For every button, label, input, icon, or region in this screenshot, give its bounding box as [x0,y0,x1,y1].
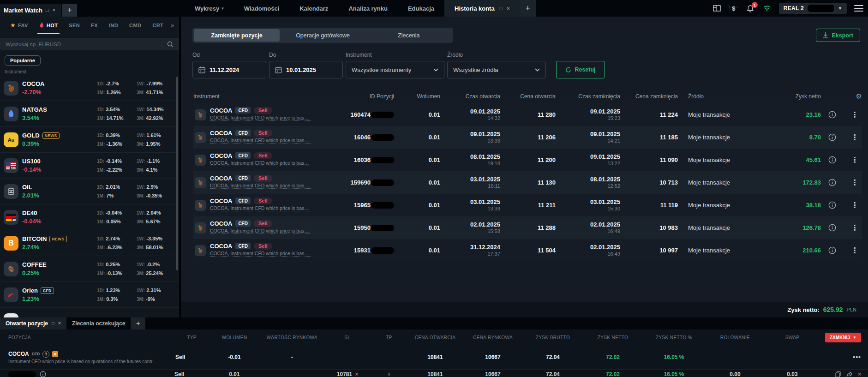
instrument-row-us100[interactable]: 100 US100 -0.14% 1D: -0.14%1M: -2.22% 1W… [0,153,179,179]
summary-currency: PLN [847,307,856,312]
instrument-description[interactable]: COCOA, Instrument CFD which price is bas… [210,115,311,121]
info-icon[interactable] [821,201,843,209]
close-time: 03.01.202515:30 [556,198,620,212]
row-menu-icon[interactable]: ⋮ [843,246,862,255]
instrument-description[interactable]: COCOA, Instrument CFD which price is bas… [210,138,311,144]
row-menu-icon[interactable]: ⋮ [843,133,862,142]
row-menu-icon[interactable]: ⋮ [843,178,862,187]
tab-operacje-gotowkowe[interactable]: Operacje gotówkowe [280,29,365,42]
duplicate-icon[interactable] [835,371,841,377]
tab-otwarte-pozycje[interactable]: Otwarte pozycje □ × [0,317,66,329]
more-tabs-icon[interactable]: » [169,22,176,29]
close-icon[interactable]: × [52,7,55,13]
close-icon[interactable]: × [58,321,61,326]
sidebar-tab-fx[interactable]: FX [85,17,103,34]
sidebar-scrollbar[interactable] [176,77,178,270]
layout-icon[interactable] [712,4,722,13]
add-tab-button[interactable]: + [131,317,145,329]
close-price: 10 713 [620,179,678,186]
table-row[interactable]: COCOA CFD Sell COCOA, Instrument CFD whi… [193,103,862,126]
instrument-row-de40[interactable]: 40 DE40 -0.04% 1D: -0.04%1M: 0.05% 1W: 2… [0,204,179,230]
gear-icon[interactable]: ⚙ [843,92,862,101]
sidebar-tab-fav[interactable]: ★FAV [5,17,34,34]
share-icon[interactable] [846,371,852,377]
tab-wiadomosci[interactable]: Wiadomości [234,0,289,17]
restore-icon[interactable]: □ [499,6,503,11]
instrument-description[interactable]: COCOA, Instrument CFD which price is bas… [210,183,311,189]
restore-icon[interactable]: □ [52,321,54,326]
tab-historia-konta[interactable]: Historia konta □ × [444,0,520,17]
source-select[interactable]: Wszystkie źródła [447,61,546,78]
search-input[interactable] [6,42,167,47]
table-row[interactable]: COCOA CFD Sell COCOA, Instrument CFD whi… [193,126,862,149]
tab-wykresy[interactable]: Wykresy▾ [185,0,234,17]
row-menu-icon[interactable]: ⋮ [843,156,862,164]
remove-sl-icon[interactable]: × [355,371,358,377]
restore-icon[interactable]: □ [46,7,49,13]
table-row[interactable]: COCOA CFD Sell COCOA, Instrument CFD whi… [193,149,862,171]
quotes-icon[interactable]: $ [729,4,738,13]
instrument-row-bitcoin[interactable]: B BITCOINNEWS 2.74% 1D: 2.74%1M: -6.23% … [0,230,179,256]
tab-zlecenia[interactable]: Zlecenia [366,29,452,42]
instrument-description[interactable]: COCOA, Instrument CFD which price is bas… [210,228,311,234]
tab-edukacja[interactable]: Edukacja [398,0,444,17]
add-tab-button[interactable]: + [520,0,536,17]
instrument-row-gold[interactable]: Au GOLDNEWS 0.39% 1D: 0.39%1M: -1.36% 1W… [0,127,179,153]
instrument-row-zabka[interactable]: Żabka GroupCFD 1D: -0.18% 1W: 6.28% [0,308,179,317]
info-icon[interactable] [821,246,843,254]
export-button[interactable]: Eksport [816,29,860,42]
instrument-description[interactable]: COCOA, Instrument CFD which price is bas… [210,160,311,166]
close-icon[interactable]: × [507,6,509,11]
sidebar-tab-ind[interactable]: IND [103,17,124,34]
instrument-row-natgas[interactable]: NATGAS 3.54% 1D: 3.54%1M: 14.71% 1W: 14.… [0,101,179,127]
info-icon[interactable] [821,133,843,141]
sidebar-tab-crt[interactable]: CRT [147,17,169,34]
info-icon[interactable] [40,371,46,377]
sidebar-tab-cmd[interactable]: CMD [124,17,147,34]
row-menu-icon[interactable]: ⋮ [843,110,862,119]
position-id: 160474 [348,111,394,118]
date-to-input[interactable]: 1 10.01.2025 [269,61,343,78]
instrument-row-orlen[interactable]: OrlenCFD 1.23% 1D: 1.23%1M: 0.3% 1W: 2.3… [0,282,179,308]
row-menu-icon[interactable]: ⋮ [843,223,862,232]
tab-zamkniete-pozycje[interactable]: Zamknięte pozycje [194,29,280,42]
row-menu-icon[interactable]: ••• [820,353,861,361]
info-icon[interactable] [821,111,843,119]
position-count-badge[interactable]: 1 [42,351,49,358]
menu-icon[interactable] [854,5,863,12]
sidebar-tab-sen[interactable]: SEN [63,17,85,34]
tab-zlecenia-oczekujace[interactable]: Zlecenia oczekujące [66,317,131,329]
close-all-button[interactable]: ZAMKNIJ▼ [825,333,861,342]
instrument-description[interactable]: COCOA, Instrument CFD which price is bas… [210,205,311,211]
tab-analiza-rynku[interactable]: Analiza rynku [338,0,398,17]
open-position-row[interactable]: COCOA CFD 1 R Instrument CFD which price… [0,345,868,369]
close-position-icon[interactable]: × [858,371,861,377]
reset-button[interactable]: Resetuj [556,61,605,78]
tab-kalendarz[interactable]: Kalendarz [289,0,338,17]
subrow-sl[interactable]: 10781× [324,371,371,377]
wifi-icon[interactable] [762,4,772,13]
popular-chip[interactable]: Popularne [5,55,41,66]
instrument-row-coffee[interactable]: COFFEE 0.25% 1D: 0.25%1M: -0.13% 1W: -0.… [0,256,179,282]
market-watch-panel-tab[interactable]: Market Watch □ × [0,4,61,17]
table-row[interactable]: COCOA CFD Sell COCOA, Instrument CFD whi… [193,216,862,239]
info-icon[interactable] [821,179,843,186]
instrument-row-cocoa[interactable]: COCOA -2.70% 1D: -2.7%1M: 1.26% 1W: -7.9… [0,75,179,101]
date-from-input[interactable]: 1 11.12.2024 [192,61,266,78]
bell-icon[interactable]: 1 [746,4,755,13]
position-subrow[interactable]: Sell 0.01 10781× + 10841 10667 72.04 72.… [0,369,868,377]
add-tp-button[interactable]: + [371,371,407,377]
table-row[interactable]: COCOA CFD Sell COCOA, Instrument CFD whi… [193,194,862,216]
instrument-description[interactable]: COCOA, Instrument CFD which price is bas… [210,251,311,257]
instrument-select[interactable]: Wszystkie instrumenty [346,61,444,78]
info-icon[interactable] [821,224,843,232]
table-row[interactable]: COCOA CFD Sell COCOA, Instrument CFD whi… [193,239,862,262]
instrument-row-oil[interactable]: OIL 2.01% 1D: 2.01%1M: 7% 1W: 2.9%3M: -0… [0,179,179,204]
table-row[interactable]: COCOA CFD Sell COCOA, Instrument CFD whi… [193,171,862,194]
add-panel-button[interactable]: + [62,4,77,17]
search-icon[interactable] [167,41,174,48]
sidebar-tab-hot[interactable]: HOT [34,17,63,34]
info-icon[interactable] [821,156,843,164]
row-menu-icon[interactable]: ⋮ [843,201,862,209]
account-selector[interactable]: REAL 2 ▼ [779,3,847,14]
